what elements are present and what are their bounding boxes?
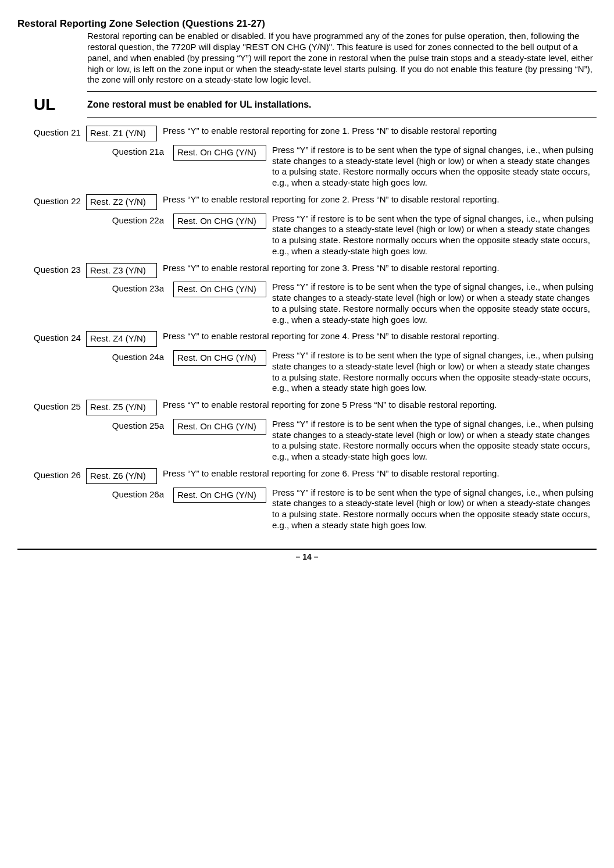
question-row: Question 24Rest. Z4 (Y/N)Press “Y” to en… (17, 331, 597, 347)
sub-question-row: Question 22aRest. On CHG (Y/N)Press “Y” … (17, 214, 597, 257)
question-label: Question 24 (17, 331, 86, 344)
sub-question-description: Press “Y” if restore is to be sent when … (272, 488, 597, 531)
question-description: Press “Y” to enable restoral reporting f… (163, 263, 597, 274)
footer-rule (17, 549, 597, 550)
question-description: Press “Y” to enable restoral reporting f… (163, 331, 597, 342)
sub-question-label: Question 23a (17, 282, 173, 294)
question-row: Question 25Rest. Z5 (Y/N)Press “Y” to en… (17, 400, 597, 415)
question-row: Question 22Rest. Z2 (Y/N)Press “Y” to en… (17, 194, 597, 210)
question-description: Press “Y” to enable restoral reporting f… (163, 400, 597, 411)
sub-question-description: Press “Y” if restore is to be sent when … (272, 350, 597, 394)
question-row: Question 21Rest. Z1 (Y/N)Press “Y” to en… (17, 126, 597, 141)
question-description: Press “Y” to enable restoral reporting f… (163, 194, 597, 205)
ul-text: Zone restoral must be enabled for UL ins… (87, 99, 312, 111)
sub-question-box: Rest. On CHG (Y/N) (173, 419, 266, 435)
sub-question-label: Question 22a (17, 214, 173, 226)
question-description: Press “Y” to enable restoral reporting f… (163, 126, 597, 137)
sub-question-row: Question 21aRest. On CHG (Y/N)Press “Y” … (17, 145, 597, 188)
sub-question-box: Rest. On CHG (Y/N) (173, 214, 266, 229)
sub-question-label: Question 25a (17, 419, 173, 432)
question-row: Question 23Rest. Z3 (Y/N)Press “Y” to en… (17, 263, 597, 279)
question-label: Question 23 (17, 263, 86, 276)
section-intro: Restoral reporting can be enabled or dis… (87, 31, 597, 86)
page-number: – 14 – (17, 552, 597, 563)
sub-question-label: Question 26a (17, 488, 173, 500)
question-block: Question 23Rest. Z3 (Y/N)Press “Y” to en… (17, 263, 597, 326)
sub-question-row: Question 26aRest. On CHG (Y/N)Press “Y” … (17, 488, 597, 531)
question-block: Question 22Rest. Z2 (Y/N)Press “Y” to en… (17, 194, 597, 257)
ul-label: UL (17, 94, 87, 115)
question-block: Question 21Rest. Z1 (Y/N)Press “Y” to en… (17, 126, 597, 188)
question-label: Question 25 (17, 400, 86, 412)
sub-question-description: Press “Y” if restore is to be sent when … (272, 214, 597, 257)
sub-question-box: Rest. On CHG (Y/N) (173, 145, 266, 161)
ul-rule-top (87, 91, 597, 92)
sub-question-row: Question 25aRest. On CHG (Y/N)Press “Y” … (17, 419, 597, 463)
question-row: Question 26Rest. Z6 (Y/N)Press “Y” to en… (17, 468, 597, 484)
sub-question-description: Press “Y” if restore is to be sent when … (272, 145, 597, 188)
sub-question-description: Press “Y” if restore is to be sent when … (272, 282, 597, 325)
question-block: Question 25Rest. Z5 (Y/N)Press “Y” to en… (17, 400, 597, 463)
question-box: Rest. Z5 (Y/N) (86, 400, 157, 415)
question-block: Question 24Rest. Z4 (Y/N)Press “Y” to en… (17, 331, 597, 394)
page-footer: – 14 – (17, 549, 597, 563)
sub-question-box: Rest. On CHG (Y/N) (173, 488, 266, 503)
sub-question-label: Question 21a (17, 145, 173, 158)
question-block: Question 26Rest. Z6 (Y/N)Press “Y” to en… (17, 468, 597, 531)
question-description: Press “Y” to enable restoral reporting f… (163, 468, 597, 479)
sub-question-row: Question 23aRest. On CHG (Y/N)Press “Y” … (17, 282, 597, 325)
question-label: Question 26 (17, 468, 86, 481)
question-box: Rest. Z3 (Y/N) (86, 263, 157, 279)
question-label: Question 22 (17, 194, 86, 207)
sub-question-row: Question 24aRest. On CHG (Y/N)Press “Y” … (17, 350, 597, 394)
question-box: Rest. Z2 (Y/N) (86, 194, 157, 210)
sub-question-description: Press “Y” if restore is to be sent when … (272, 419, 597, 463)
sub-question-box: Rest. On CHG (Y/N) (173, 350, 266, 366)
question-label: Question 21 (17, 126, 86, 138)
ul-rule-bottom (87, 117, 597, 118)
question-box: Rest. Z6 (Y/N) (86, 468, 157, 484)
section-title: Restoral Reporting Zone Selection (Quest… (17, 17, 597, 30)
ul-callout: UL Zone restoral must be enabled for UL … (17, 91, 597, 118)
sub-question-label: Question 24a (17, 350, 173, 363)
question-box: Rest. Z4 (Y/N) (86, 331, 157, 347)
sub-question-box: Rest. On CHG (Y/N) (173, 282, 266, 297)
question-box: Rest. Z1 (Y/N) (86, 126, 157, 141)
